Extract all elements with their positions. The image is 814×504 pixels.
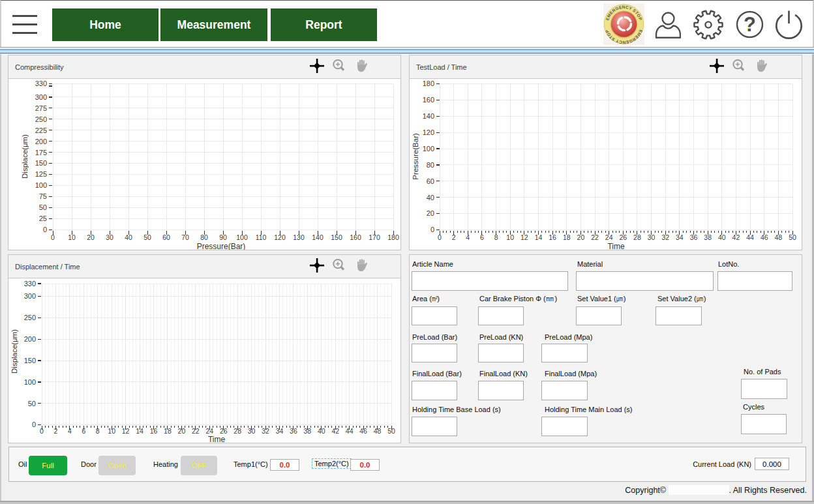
- svg-text:50: 50: [39, 203, 47, 211]
- svg-text:10: 10: [506, 233, 514, 241]
- svg-text:30: 30: [648, 233, 656, 241]
- svg-text:16: 16: [549, 233, 556, 241]
- svg-text:14: 14: [136, 427, 143, 435]
- svg-text:40: 40: [427, 194, 434, 201]
- svg-text:120: 120: [423, 128, 434, 136]
- svg-text:48: 48: [775, 233, 783, 241]
- svg-text:40: 40: [718, 233, 726, 241]
- svg-text:110: 110: [256, 233, 267, 241]
- svg-text:125: 125: [35, 170, 47, 178]
- svg-text:18: 18: [164, 427, 172, 435]
- svg-text:100: 100: [236, 233, 248, 241]
- svg-text:25: 25: [39, 215, 47, 222]
- svg-text:175: 175: [35, 149, 47, 156]
- svg-text:170: 170: [369, 233, 380, 241]
- svg-text:50: 50: [28, 400, 36, 408]
- svg-text:24: 24: [605, 233, 613, 241]
- svg-text:80: 80: [200, 233, 208, 241]
- svg-text:250: 250: [35, 115, 47, 123]
- svg-text:10: 10: [68, 233, 76, 241]
- svg-text:30: 30: [106, 233, 113, 241]
- svg-text:12: 12: [122, 427, 130, 435]
- svg-text:60: 60: [162, 233, 170, 241]
- svg-text:0: 0: [438, 233, 442, 241]
- svg-text:10: 10: [108, 427, 115, 435]
- svg-text:0: 0: [430, 226, 434, 233]
- svg-text:12: 12: [520, 233, 528, 241]
- svg-text:34: 34: [276, 427, 284, 435]
- svg-text:180: 180: [423, 80, 434, 87]
- svg-text:28: 28: [234, 427, 241, 435]
- svg-text:42: 42: [331, 427, 339, 435]
- svg-text:8: 8: [494, 233, 498, 241]
- svg-text:Time: Time: [208, 435, 226, 443]
- svg-text:32: 32: [262, 427, 269, 435]
- svg-text:16: 16: [150, 427, 158, 435]
- svg-text:44: 44: [346, 427, 354, 435]
- svg-text:150: 150: [35, 159, 47, 167]
- svg-text:180: 180: [387, 233, 399, 241]
- svg-text:150: 150: [331, 233, 342, 241]
- svg-text:20: 20: [87, 233, 95, 241]
- svg-text:2: 2: [54, 427, 58, 435]
- svg-text:150: 150: [24, 357, 36, 364]
- svg-text:38: 38: [704, 233, 712, 241]
- svg-text:Pressure(Bar): Pressure(Bar): [412, 133, 419, 180]
- svg-text:8: 8: [96, 427, 100, 435]
- svg-text:30: 30: [248, 427, 256, 435]
- svg-text:75: 75: [39, 192, 47, 200]
- svg-text:46: 46: [359, 427, 367, 435]
- svg-text:38: 38: [304, 427, 312, 435]
- svg-text:100: 100: [24, 378, 36, 386]
- svg-text:225: 225: [35, 126, 47, 134]
- svg-text:22: 22: [591, 233, 599, 241]
- svg-text:?: ?: [744, 13, 756, 36]
- svg-text:4: 4: [68, 427, 72, 435]
- svg-text:20: 20: [427, 209, 434, 217]
- svg-text:0: 0: [43, 226, 47, 233]
- svg-text:300: 300: [24, 292, 36, 300]
- svg-text:250: 250: [24, 314, 36, 321]
- svg-text:140: 140: [423, 112, 434, 120]
- svg-text:42: 42: [732, 233, 740, 241]
- svg-text:26: 26: [619, 233, 627, 241]
- svg-text:330: 330: [24, 280, 36, 288]
- svg-text:80: 80: [427, 161, 434, 169]
- svg-text:130: 130: [293, 233, 305, 241]
- svg-text:160: 160: [423, 96, 434, 104]
- svg-text:36: 36: [690, 233, 698, 241]
- svg-text:200: 200: [35, 138, 47, 145]
- svg-text:26: 26: [220, 427, 228, 435]
- svg-text:50: 50: [143, 233, 151, 241]
- svg-text:140: 140: [312, 233, 324, 241]
- svg-text:90: 90: [219, 233, 227, 241]
- svg-text:22: 22: [192, 427, 200, 435]
- svg-text:6: 6: [82, 427, 85, 435]
- svg-text:50: 50: [387, 427, 395, 435]
- svg-text:Displace(μm): Displace(μm): [21, 134, 29, 179]
- svg-text:36: 36: [290, 427, 297, 435]
- svg-text:330: 330: [35, 80, 47, 87]
- svg-text:160: 160: [350, 233, 361, 241]
- svg-text:2: 2: [452, 233, 456, 241]
- svg-text:60: 60: [427, 177, 434, 185]
- svg-text:300: 300: [35, 93, 47, 101]
- svg-text:50: 50: [789, 233, 796, 241]
- svg-text:4: 4: [466, 233, 470, 241]
- svg-text:0: 0: [51, 233, 55, 241]
- svg-text:120: 120: [274, 233, 286, 241]
- svg-text:34: 34: [676, 233, 684, 241]
- svg-text:200: 200: [24, 335, 36, 343]
- svg-text:20: 20: [577, 233, 585, 241]
- svg-text:48: 48: [374, 427, 382, 435]
- svg-text:20: 20: [178, 427, 186, 435]
- svg-text:Time: Time: [607, 242, 625, 250]
- svg-text:18: 18: [563, 233, 571, 241]
- svg-text:40: 40: [125, 233, 132, 241]
- svg-text:275: 275: [35, 104, 47, 112]
- svg-text:0: 0: [32, 421, 36, 428]
- svg-text:100: 100: [35, 181, 47, 189]
- svg-text:40: 40: [318, 427, 325, 435]
- svg-text:44: 44: [746, 233, 754, 241]
- svg-text:Pressure(Bar): Pressure(Bar): [197, 242, 246, 250]
